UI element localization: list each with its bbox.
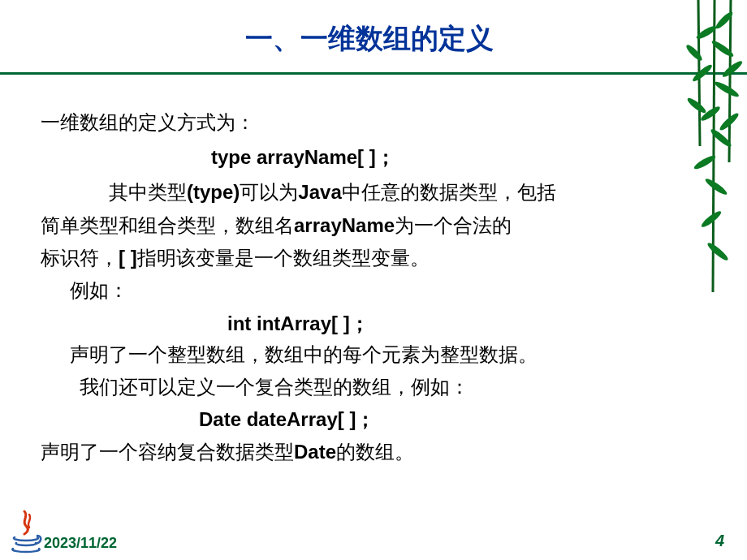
svg-point-11 [718, 111, 741, 132]
slide-container: 一、一维数组的定义 一维数组的定义方式为： type arrayName[ ]；… [0, 0, 747, 560]
svg-point-5 [709, 127, 733, 149]
slide-footer: 2023/11/22 4 [0, 508, 747, 554]
svg-point-9 [721, 59, 745, 80]
body-line-1: 其中类型(type)可以为Java中任意的数据类型，包括 [41, 176, 698, 209]
declaration-date: 声明了一个容纳复合数据类型Date的数组。 [41, 436, 698, 469]
divider-line [0, 72, 747, 75]
syntax-type-arrayname: type arrayName[ ]； [41, 141, 698, 174]
definition-intro: 一维数组的定义方式为： [41, 107, 698, 140]
svg-point-12 [704, 177, 729, 197]
footer-left: 2023/11/22 [6, 508, 117, 554]
svg-point-0 [695, 24, 718, 41]
svg-point-3 [713, 80, 740, 99]
slide-content: 一维数组的定义方式为： type arrayName[ ]； 其中类型(type… [41, 107, 698, 469]
svg-point-13 [700, 209, 723, 230]
declaration-compound-intro: 我们还可以定义一个复合类型的数组，例如： [41, 372, 698, 404]
svg-point-1 [710, 39, 736, 59]
example-label: 例如： [41, 275, 698, 308]
slide-title: 一、一维数组的定义 [41, 20, 698, 58]
footer-date: 2023/11/22 [44, 535, 117, 552]
syntax-date-array: Date dateArray[ ]； [41, 403, 698, 436]
declaration-int: 声明了一个整型数组，数组中的每个元素为整型数据。 [41, 339, 698, 372]
body-line-2: 简单类型和组合类型，数组名arrayName为一个合法的 [41, 209, 698, 243]
syntax-int-array: int intArray[ ]； [41, 308, 698, 340]
body-text-1c: 标识符，[ ]指明该变量是一个数组类型变量。 [41, 248, 430, 269]
svg-point-14 [706, 241, 730, 263]
svg-point-7 [714, 10, 734, 30]
body-text-1a: 其中类型(type)可以为Java中任意的数据类型，包括 [70, 182, 556, 203]
body-line-3: 标识符，[ ]指明该变量是一个数组类型变量。 [41, 242, 698, 275]
java-logo-icon [6, 508, 45, 554]
svg-point-4 [699, 105, 722, 123]
footer-page-number: 4 [715, 532, 724, 550]
body-text-1b: 简单类型和组合类型，数组名arrayName为一个合法的 [41, 215, 512, 236]
